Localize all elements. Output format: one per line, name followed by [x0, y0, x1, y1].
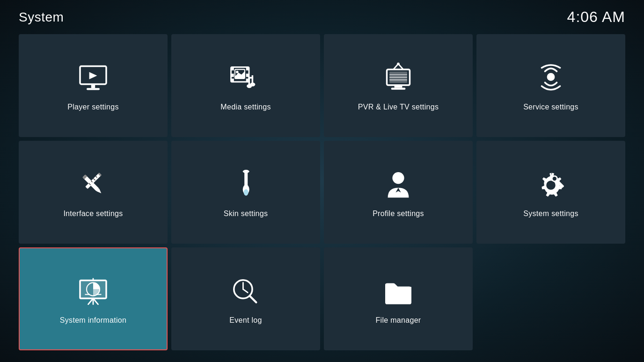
filemanager-icon — [380, 273, 417, 311]
pvr-settings-label: PVR & Live TV settings — [358, 103, 439, 111]
file-manager[interactable]: File manager — [324, 247, 473, 350]
settings-grid: Player settings Media settings PVR & Liv… — [0, 30, 644, 360]
svg-rect-5 — [231, 67, 234, 71]
svg-rect-15 — [249, 77, 254, 79]
svg-line-54 — [93, 298, 98, 304]
system-settings-label: System settings — [523, 210, 578, 218]
player-icon — [74, 60, 112, 97]
event-log[interactable]: Event log — [171, 247, 320, 350]
event-log-label: Event log — [229, 316, 262, 325]
profile-settings-label: Profile settings — [373, 210, 424, 218]
system-information-label: System information — [60, 316, 126, 325]
interface-icon — [74, 167, 112, 204]
svg-rect-28 — [391, 88, 406, 90]
svg-point-14 — [250, 82, 255, 86]
svg-rect-9 — [246, 74, 249, 77]
systemsettings-icon — [532, 167, 570, 204]
media-settings-label: Media settings — [220, 103, 271, 111]
svg-point-44 — [546, 181, 556, 190]
header: System 4:06 AM — [0, 0, 644, 30]
service-settings[interactable]: Service settings — [476, 34, 625, 137]
skin-icon — [227, 167, 264, 204]
svg-rect-6 — [231, 74, 234, 77]
svg-point-17 — [236, 71, 239, 73]
player-settings[interactable]: Player settings — [19, 34, 168, 137]
interface-settings[interactable]: Interface settings — [19, 141, 168, 244]
service-settings-label: Service settings — [523, 103, 578, 111]
svg-point-29 — [547, 73, 555, 81]
svg-point-42 — [244, 189, 249, 195]
media-icon — [227, 60, 264, 97]
pvr-settings[interactable]: PVR & Live TV settings — [324, 34, 473, 137]
system-settings[interactable]: System settings — [476, 141, 625, 244]
profile-settings[interactable]: Profile settings — [324, 141, 473, 244]
svg-marker-1 — [89, 72, 97, 79]
svg-point-40 — [243, 170, 249, 173]
skin-settings-label: Skin settings — [224, 210, 268, 218]
skin-settings[interactable]: Skin settings — [171, 141, 320, 244]
svg-point-43 — [392, 172, 404, 184]
service-icon — [532, 60, 570, 97]
svg-line-60 — [243, 289, 248, 292]
svg-line-53 — [88, 298, 94, 304]
player-settings-label: Player settings — [67, 103, 118, 111]
svg-point-21 — [397, 63, 400, 65]
svg-rect-3 — [87, 88, 100, 90]
page-title: System — [19, 10, 64, 25]
svg-line-61 — [249, 296, 256, 302]
svg-rect-7 — [231, 79, 234, 82]
svg-rect-8 — [246, 67, 249, 71]
file-manager-label: File manager — [376, 316, 421, 325]
eventlog-icon — [227, 273, 264, 311]
svg-rect-2 — [91, 84, 95, 88]
empty-tile — [476, 247, 625, 350]
media-settings[interactable]: Media settings — [171, 34, 320, 137]
svg-rect-27 — [395, 85, 402, 88]
sysinfo-icon — [74, 273, 112, 311]
profile-icon — [380, 167, 417, 204]
system-information[interactable]: System information — [19, 247, 168, 350]
clock: 4:06 AM — [567, 8, 625, 26]
pvr-icon — [380, 60, 417, 97]
interface-settings-label: Interface settings — [63, 210, 123, 218]
